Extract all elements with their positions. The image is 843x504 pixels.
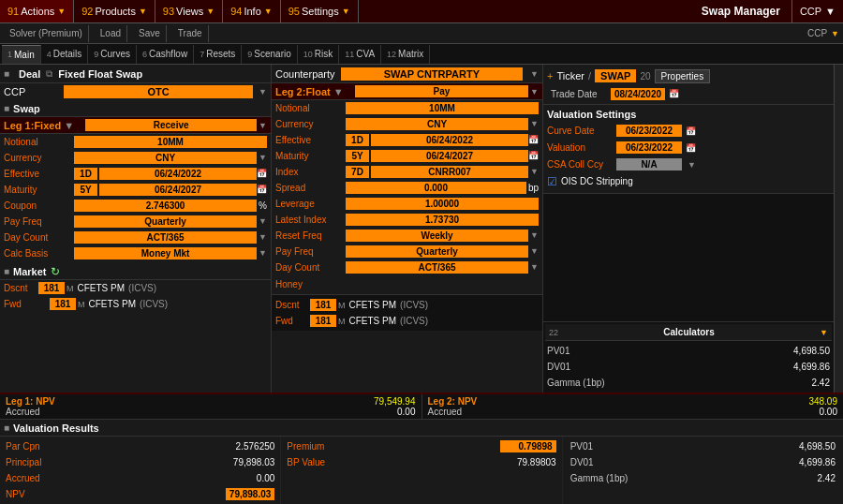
ticker-value[interactable]: SWAP [595,69,636,82]
leg1-calcbasis-value[interactable]: Money Mkt [74,247,257,259]
menu-settings[interactable]: 95 Settings ▼ [281,0,359,22]
trade-date-cal[interactable]: 📅 [669,89,679,98]
tab-matrix[interactable]: 12 Matrix [381,45,430,64]
leg1-direction[interactable]: Receive [85,119,257,131]
ois-checkbox[interactable]: ☑ [547,175,557,188]
leg1-maturity-prefix[interactable]: 5Y [74,184,97,196]
tab-scenario[interactable]: 9 Scenario [242,45,297,64]
menu-info-label: Info [244,6,260,17]
leg2-effective-cal[interactable]: 📅 [528,135,539,144]
leg1-coupon-value[interactable]: 2.746300 [74,200,257,212]
tab-risk[interactable]: 10 Risk [298,45,339,64]
menu-info-arrow: ▼ [264,7,273,16]
leg1-daycount-arrow[interactable]: ▼ [259,232,267,242]
val-toggle[interactable]: ■ [4,422,9,433]
leg1-currency-value[interactable]: CNY [74,152,257,164]
leg1-accrued: Accrued 0.00 [6,407,416,417]
leg1-ccy-arrow[interactable]: ▼ [259,153,267,162]
leg2-payfreq-arrow[interactable]: ▼ [530,246,539,256]
calc-arrow[interactable]: ▼ [820,328,828,337]
leg1-effective-prefix[interactable]: 1D [74,168,97,180]
leg2-effective-value[interactable]: 06/24/2022 [371,134,528,146]
leg2-daycount-arrow[interactable]: ▼ [530,262,539,272]
leg1-calcbasis-arrow[interactable]: ▼ [259,248,267,258]
swap-toggle[interactable]: ■ [4,103,9,113]
scrollbar[interactable] [834,65,843,393]
leg2-dir-arrow[interactable]: ▼ [530,87,539,96]
ccp-value[interactable]: OTC [64,85,253,98]
leg1-maturity-value[interactable]: 06/24/2027 [99,184,257,196]
panels-row: ■ Deal ⧉ Fixed Float Swap CCP OTC ▼ ■ Sw… [0,65,843,393]
leg2-daycount-value[interactable]: ACT/365 [346,261,528,274]
tab-resets[interactable]: 7 Resets [194,45,242,64]
leg1-dir-arrow[interactable]: ▼ [259,121,267,130]
leg1-daycount-value[interactable]: ACT/365 [74,231,257,244]
tab-details[interactable]: 4 Details [41,45,89,64]
tab-cva[interactable]: 11 CVA [339,45,381,64]
csa-arrow[interactable]: ▼ [688,160,696,170]
curve-date-cal[interactable]: 📅 [686,126,696,136]
mid-dscnt-val[interactable]: 181 [310,299,336,311]
deal-copy-icon[interactable]: ⧉ [46,68,52,80]
leg2-direction[interactable]: Pay [355,85,528,97]
leg2-maturity-label: Maturity [275,151,346,161]
leg1-payfreq-value[interactable]: Quarterly [74,215,257,228]
leg2-index-value[interactable]: CNRR007 [371,166,528,178]
tab-cashflow-label: Cashflow [149,49,187,59]
leg2-leverage-value[interactable]: 1.00000 [346,198,539,210]
leg2-effective-prefix[interactable]: 1D [346,134,369,146]
tab-cashflow[interactable]: 6 Cashflow [137,45,194,64]
leg2-idx-arrow[interactable]: ▼ [530,167,539,176]
leg1-notional-value[interactable]: 10MM [74,136,267,148]
trade-date-value[interactable]: 08/24/2020 [611,88,665,100]
leg1-maturity-cal[interactable]: 📅 [257,185,267,194]
leg2-currency-value[interactable]: CNY [346,118,528,130]
fwd-val[interactable]: 181 [50,298,76,310]
leg2-resetfreq-value[interactable]: Weekly [346,230,528,242]
leg2-maturity-cal[interactable]: 📅 [528,151,539,160]
leg2-notional-value[interactable]: 10MM [346,102,539,114]
tab-main[interactable]: 1 Main [2,45,41,64]
leg2-npv-label: Leg 2: NPV [428,396,478,407]
leg2-payfreq-value[interactable]: Quarterly [346,245,528,258]
csa-value[interactable]: N/A [616,158,682,170]
ticker-slash: / [588,70,591,82]
leg1-payfreq-arrow[interactable]: ▼ [259,216,267,226]
leg2-payfreq-row: Pay Freq Quarterly ▼ [272,244,542,259]
menu-products[interactable]: 92 Products ▼ [74,0,155,22]
deal-toggle[interactable]: ■ [4,68,9,79]
leg1-effective-cal[interactable]: 📅 [257,169,267,178]
ois-row: ☑ OIS DC Stripping [547,173,830,189]
ccp-dropdown[interactable]: ▼ [259,87,267,96]
market-toggle[interactable]: ■ [4,266,9,276]
leg2-index-prefix[interactable]: 7D [346,166,369,178]
leg2-ccy-arrow[interactable]: ▼ [530,119,539,128]
menu-views[interactable]: 93 Views ▼ [155,0,223,22]
leg2-latestindex-row: Latest Index 1.73730 [272,212,542,228]
leg2-leverage-row: Leverage 1.00000 [272,196,542,212]
cpty-arrow[interactable]: ▼ [530,69,539,79]
menu-actions[interactable]: 91 Actions ▼ [0,0,74,22]
leg2-maturity-value[interactable]: 06/24/2027 [371,150,528,162]
leg2-reset-arrow[interactable]: ▼ [530,230,539,240]
ticker-plus[interactable]: + [547,70,553,82]
leg2-maturity-prefix[interactable]: 5Y [346,150,369,162]
tab-cva-label: CVA [356,49,375,59]
refresh-icon[interactable]: ↻ [51,265,60,278]
menu-info[interactable]: 94 Info ▼ [223,0,281,22]
curve-date-value[interactable]: 06/23/2022 [616,125,682,137]
mid-dscnt-source: CFETS PM [349,300,397,310]
leg2-latestindex-value[interactable]: 1.73730 [346,214,539,226]
principal-label: Principal [6,457,41,467]
menu-ccp[interactable]: CCP ▼ [791,0,843,22]
leg2-spread-value[interactable]: 0.000 [346,182,526,194]
mid-fwd-val[interactable]: 181 [310,315,336,327]
dscnt-val[interactable]: 181 [38,282,65,294]
valuation-value[interactable]: 06/23/2022 [616,141,682,154]
valuation-cal[interactable]: 📅 [686,143,696,153]
properties-btn[interactable]: Properties [655,69,711,83]
counterparty-value[interactable]: SWAP CNTRPARTY [341,67,523,81]
calc-num: 22 [549,328,558,337]
leg1-effective-value[interactable]: 06/24/2022 [99,168,257,180]
tab-curves[interactable]: 9 Curves [88,45,137,64]
